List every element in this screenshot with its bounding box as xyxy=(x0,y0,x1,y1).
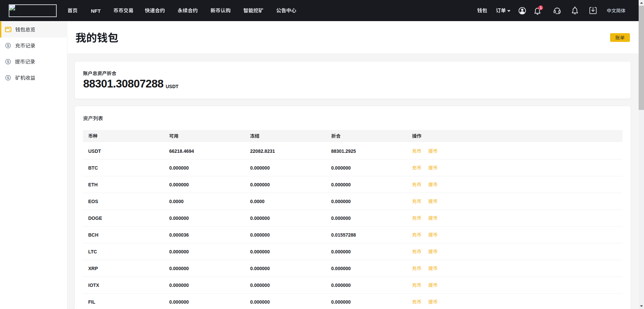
svg-text:$: $ xyxy=(7,44,9,48)
svg-text:$: $ xyxy=(7,60,9,64)
svg-text:$: $ xyxy=(7,76,9,80)
